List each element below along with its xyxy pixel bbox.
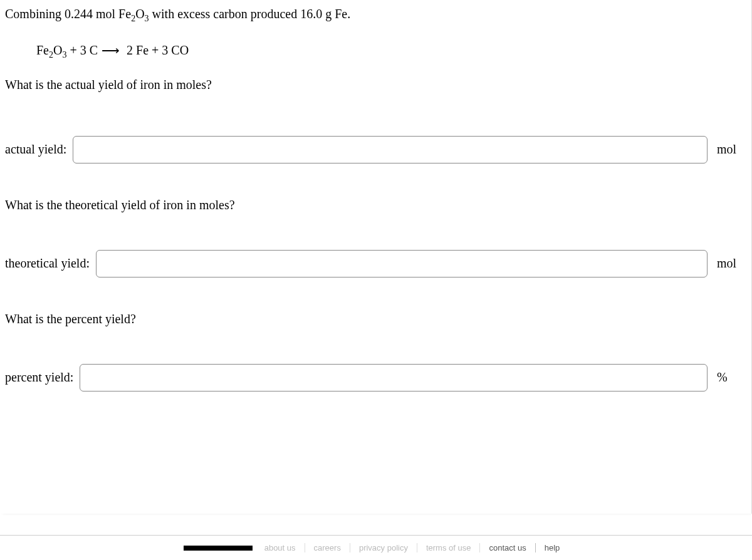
percent-yield-label: percent yield: bbox=[5, 370, 73, 385]
footer-link-faded-4: terms of use bbox=[417, 543, 481, 552]
theoretical-yield-row: theoretical yield: mol bbox=[5, 250, 739, 277]
percent-yield-input[interactable] bbox=[80, 364, 708, 391]
footer-link-faded-3: privacy policy bbox=[350, 543, 417, 552]
question-2: What is the theoretical yield of iron in… bbox=[5, 198, 739, 212]
theoretical-yield-input[interactable] bbox=[96, 250, 708, 277]
percent-yield-unit: % bbox=[717, 370, 739, 385]
footer-logo-redacted bbox=[184, 546, 253, 551]
theoretical-yield-label: theoretical yield: bbox=[5, 256, 90, 271]
footer-link-help[interactable]: help bbox=[536, 543, 569, 552]
footer-link-faded-2: careers bbox=[305, 543, 350, 552]
actual-yield-input[interactable] bbox=[73, 136, 708, 163]
chemical-equation: Fe2O3 + 3 C⟶ 2 Fe + 3 CO bbox=[36, 43, 739, 60]
question-1: What is the actual yield of iron in mole… bbox=[5, 78, 739, 92]
actual-yield-row: actual yield: mol bbox=[5, 136, 739, 163]
page-footer: about us careers privacy policy terms of… bbox=[0, 535, 752, 560]
footer-link-contact[interactable]: contact us bbox=[480, 543, 535, 552]
footer-link-faded-1: about us bbox=[256, 543, 305, 552]
percent-yield-row: percent yield: % bbox=[5, 364, 739, 391]
actual-yield-label: actual yield: bbox=[5, 142, 66, 157]
question-3: What is the percent yield? bbox=[5, 312, 739, 326]
problem-statement: Combining 0.244 mol Fe2O3 with excess ca… bbox=[5, 5, 739, 25]
actual-yield-unit: mol bbox=[717, 142, 739, 157]
theoretical-yield-unit: mol bbox=[717, 256, 739, 271]
question-content: Combining 0.244 mol Fe2O3 with excess ca… bbox=[0, 0, 752, 514]
